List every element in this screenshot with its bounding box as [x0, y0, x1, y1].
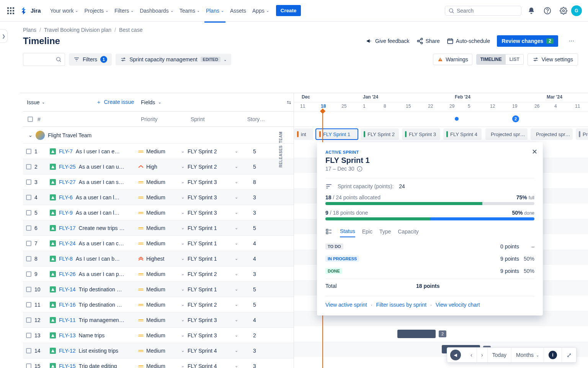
list-view-tab[interactable]: LIST: [506, 54, 523, 64]
tab-epic[interactable]: Epic: [362, 226, 372, 237]
issue-row[interactable]: 8FLY-8As I user I can book …Highest⌄FLY …: [23, 251, 294, 266]
row-checkbox[interactable]: [26, 210, 31, 215]
row-checkbox[interactable]: [26, 287, 31, 292]
view-velocity-link[interactable]: View velocity chart: [436, 302, 480, 308]
settings-icon[interactable]: [557, 5, 570, 17]
row-checkbox[interactable]: [26, 195, 31, 200]
review-changes-button[interactable]: Review changes 2: [497, 35, 558, 47]
auto-schedule-button[interactable]: Auto-schedule: [447, 38, 490, 44]
nav-plans[interactable]: Plans ⌄: [203, 5, 227, 16]
issue-key[interactable]: FLY-26: [59, 271, 76, 277]
sprint-dropdown[interactable]: ⌄: [232, 224, 241, 232]
sprint-chip[interactable]: FLY Sprint 1: [315, 128, 358, 140]
issue-key[interactable]: FLY-15: [59, 363, 76, 368]
issue-row[interactable]: 2FLY-25As a user I can up…High⌄FLY Sprin…: [23, 159, 294, 174]
sprint-chip[interactable]: FLY Sprint 3: [402, 128, 440, 140]
issue-column-header[interactable]: Issue⌄: [27, 99, 45, 105]
priority-dropdown[interactable]: ⌄: [178, 224, 188, 232]
sprint-dropdown[interactable]: ⌄: [232, 178, 241, 186]
dependency-badge[interactable]: 2: [439, 330, 446, 337]
sprint-dropdown[interactable]: ⌄: [232, 285, 241, 293]
sprint-dropdown[interactable]: ⌄: [232, 270, 241, 278]
scroll-right-button[interactable]: ›: [477, 348, 488, 362]
help-icon[interactable]: [541, 5, 554, 17]
row-checkbox[interactable]: [26, 225, 31, 231]
sprint-dropdown[interactable]: ⌄: [232, 331, 241, 339]
issue-key[interactable]: FLY-27: [59, 179, 76, 185]
issue-key[interactable]: FLY-13: [59, 332, 76, 338]
app-switcher-icon[interactable]: [6, 6, 15, 15]
sprint-dropdown[interactable]: ⌄: [232, 209, 241, 217]
tab-capacity[interactable]: Capacity: [398, 226, 418, 237]
sprint-dropdown[interactable]: ⌄: [232, 147, 241, 155]
column-resize-handle[interactable]: ⇆: [287, 99, 291, 105]
sprint-chip[interactable]: FLY Sprint 2: [361, 128, 399, 140]
select-all-checkbox[interactable]: [28, 117, 33, 122]
priority-dropdown[interactable]: ⌄: [178, 316, 188, 324]
nav-your-work[interactable]: Your work ⌄: [47, 5, 82, 16]
issue-key[interactable]: FLY-7: [59, 148, 73, 154]
view-settings-button[interactable]: View settings: [528, 53, 578, 66]
fullscreen-button[interactable]: ⤢: [562, 348, 576, 362]
issue-key[interactable]: FLY-14: [59, 286, 76, 292]
filters-button[interactable]: Filters 1: [69, 53, 112, 66]
timeline-view-tab[interactable]: TIMELINE: [477, 54, 506, 64]
breadcrumb-plan[interactable]: Travel Booking Division plan: [44, 27, 111, 33]
more-menu-button[interactable]: ⋯: [565, 34, 578, 48]
priority-dropdown[interactable]: ⌄: [178, 270, 188, 278]
share-button[interactable]: Share: [416, 38, 440, 44]
fields-button[interactable]: Fields⌄: [138, 99, 188, 105]
breadcrumb-scenario[interactable]: Best case: [119, 27, 142, 33]
sprint-dropdown[interactable]: ⌄: [232, 347, 241, 355]
legend-info-button[interactable]: i: [544, 348, 562, 362]
row-checkbox[interactable]: [26, 302, 31, 307]
info-icon[interactable]: [357, 166, 363, 172]
sprint-dropdown[interactable]: ⌄: [232, 316, 241, 324]
row-checkbox[interactable]: [26, 363, 31, 368]
issue-row[interactable]: 10FLY-14Trip destination sel…═Medium⌄FLY…: [23, 282, 294, 297]
row-checkbox[interactable]: [26, 149, 31, 154]
issue-row[interactable]: 13FLY-13Name trips═Medium⌄FLY Sprint 3⌄2: [23, 328, 294, 343]
issue-key[interactable]: FLY-8: [59, 256, 73, 262]
row-checkbox[interactable]: [26, 179, 31, 185]
sprint-capacity-button[interactable]: Sprint capacity management EDITED ⌄: [116, 54, 231, 65]
release-count-badge[interactable]: 2: [512, 115, 519, 122]
row-checkbox[interactable]: [26, 333, 31, 338]
nav-projects[interactable]: Projects ⌄: [81, 5, 111, 16]
issue-row[interactable]: 15FLY-15Trip date editing═Medium⌄FLY Spr…: [23, 358, 294, 368]
priority-dropdown[interactable]: ⌄: [178, 209, 188, 217]
row-checkbox[interactable]: [26, 271, 31, 277]
sprint-chip[interactable]: Projected spr…: [531, 128, 573, 140]
issue-row[interactable]: 12FLY-11Trip management f…═Medium⌄FLY Sp…: [23, 312, 294, 328]
row-checkbox[interactable]: [26, 317, 31, 323]
nav-filters[interactable]: Filters ⌄: [111, 5, 137, 16]
sprint-dropdown[interactable]: ⌄: [232, 239, 241, 247]
tab-type[interactable]: Type: [379, 226, 391, 237]
sprint-chip[interactable]: Projected spr…: [485, 128, 528, 140]
issue-key[interactable]: FLY-16: [59, 302, 76, 308]
priority-dropdown[interactable]: ⌄: [178, 178, 188, 186]
create-button[interactable]: Create: [276, 5, 301, 16]
row-checkbox[interactable]: [26, 241, 31, 246]
priority-dropdown[interactable]: ⌄: [178, 193, 188, 201]
priority-dropdown[interactable]: ⌄: [178, 163, 188, 171]
jira-logo[interactable]: Jira: [20, 7, 41, 15]
notifications-icon[interactable]: [525, 5, 537, 17]
team-group-row[interactable]: ⌄ Flight Travel Team: [23, 127, 294, 144]
issue-row[interactable]: 14FLY-12List existing trips═Medium⌄FLY S…: [23, 343, 294, 358]
nav-assets[interactable]: Assets: [227, 5, 249, 16]
priority-dropdown[interactable]: ⌄: [178, 331, 188, 339]
issue-search-input[interactable]: [23, 53, 65, 66]
nav-teams[interactable]: Teams ⌄: [176, 5, 203, 16]
issue-key[interactable]: FLY-9: [59, 210, 73, 216]
sprint-chip[interactable]: FLY Sprint 4: [443, 128, 482, 140]
gantt-bar[interactable]: 2: [397, 330, 436, 338]
sprint-dropdown[interactable]: ⌄: [232, 163, 241, 171]
issue-row[interactable]: 7FLY-24As a user I can cre…═Medium⌄FLY S…: [23, 236, 294, 251]
issue-key[interactable]: FLY-24: [59, 240, 76, 246]
warnings-button[interactable]: Warnings: [433, 54, 472, 65]
issue-row[interactable]: 4FLY-6As a user I can log i…═Medium⌄FLY …: [23, 190, 294, 205]
issue-key[interactable]: FLY-6: [59, 194, 73, 200]
nav-apps[interactable]: Apps ⌄: [249, 5, 272, 16]
priority-dropdown[interactable]: ⌄: [178, 239, 188, 247]
